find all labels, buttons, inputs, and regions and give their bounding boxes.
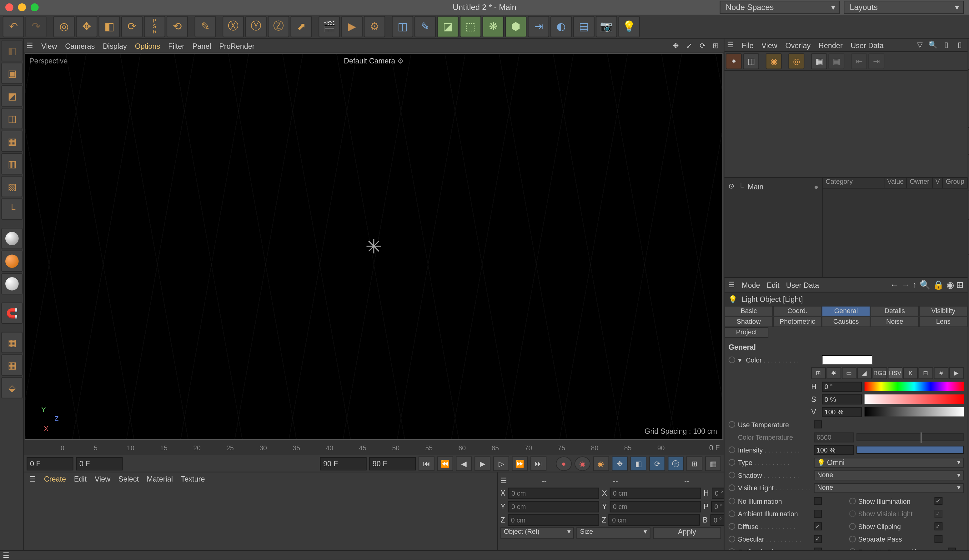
- hamburger-icon[interactable]: ☰: [29, 475, 36, 484]
- param-bullet[interactable]: [728, 484, 735, 491]
- file-menu[interactable]: File: [742, 41, 754, 49]
- obj-tool-2[interactable]: ◫: [743, 53, 759, 69]
- tab-caustics[interactable]: Caustics: [822, 317, 871, 327]
- node-spaces-dropdown[interactable]: Node Spaces: [720, 1, 840, 14]
- axis-mode-button[interactable]: └: [1, 198, 23, 220]
- cameras-menu[interactable]: Cameras: [65, 42, 95, 50]
- show-clipping-checkbox[interactable]: [934, 522, 942, 531]
- colormode-hex[interactable]: #: [934, 367, 948, 379]
- goto-end-button[interactable]: ⏭: [530, 456, 546, 471]
- display-menu[interactable]: Display: [103, 42, 127, 50]
- panel-menu[interactable]: Panel: [193, 42, 211, 50]
- y-axis-toggle[interactable]: Ⓨ: [245, 16, 266, 37]
- key-param-button[interactable]: Ⓟ: [668, 456, 684, 471]
- timeline-start-input[interactable]: [27, 457, 73, 470]
- timeline-dopesheet-button[interactable]: ▦: [705, 456, 721, 471]
- material-menu[interactable]: Material: [147, 475, 173, 483]
- apply-button[interactable]: Apply: [653, 527, 721, 539]
- export-comp-checkbox[interactable]: [947, 548, 956, 551]
- options-menu[interactable]: Options: [135, 42, 160, 50]
- camera-object-button[interactable]: 📷: [596, 16, 617, 37]
- shadow-dropdown[interactable]: None: [814, 470, 964, 480]
- rotate-tool[interactable]: ⟳: [121, 16, 143, 37]
- viewport-solo-3[interactable]: [1, 273, 23, 294]
- obj-tool-5[interactable]: ▦: [811, 53, 827, 69]
- viewport-move-icon[interactable]: ✥: [671, 40, 681, 51]
- maximize-window-button[interactable]: [31, 3, 39, 12]
- render-view-button[interactable]: 🎬: [318, 16, 340, 37]
- intensity-input[interactable]: [814, 445, 854, 455]
- snap-button[interactable]: 🧲: [1, 302, 23, 324]
- edit-menu[interactable]: Edit: [767, 281, 779, 289]
- type-dropdown[interactable]: 💡 Omni: [814, 457, 964, 467]
- record-button[interactable]: ●: [556, 456, 572, 471]
- tab-shadow[interactable]: Shadow: [724, 317, 773, 327]
- create-menu[interactable]: Create: [44, 475, 66, 483]
- colormode-more[interactable]: ▶: [949, 367, 964, 379]
- generator-button[interactable]: ⬚: [460, 16, 481, 37]
- next-key-button[interactable]: ⏩: [512, 456, 528, 471]
- diffuse-checkbox[interactable]: [814, 522, 822, 531]
- edit-menu[interactable]: Edit: [74, 475, 87, 483]
- tab-details[interactable]: Details: [870, 306, 919, 317]
- next-frame-button[interactable]: ▷: [493, 456, 509, 471]
- render-menu[interactable]: Render: [819, 41, 843, 49]
- timeline-ruler[interactable]: 05 1015 2025 3035 4045 5055 6065 7075 80…: [24, 440, 724, 455]
- search-icon[interactable]: 🔍: [928, 40, 938, 50]
- key-scale-button[interactable]: ◧: [631, 456, 646, 471]
- target-icon[interactable]: ◉: [946, 280, 954, 290]
- pos-x-input[interactable]: [508, 487, 599, 499]
- view-menu[interactable]: View: [761, 41, 777, 49]
- render-settings-button[interactable]: ⚙: [364, 16, 385, 37]
- z-axis-toggle[interactable]: Ⓩ: [268, 16, 289, 37]
- val-slider[interactable]: [864, 407, 964, 417]
- cube-primitive-button[interactable]: ◫: [392, 16, 413, 37]
- show-illum-checkbox[interactable]: [934, 497, 942, 505]
- timeline-start2-input[interactable]: [76, 457, 123, 470]
- tab-coord[interactable]: Coord.: [773, 306, 822, 317]
- hamburger-icon[interactable]: ☰: [727, 41, 734, 49]
- no-illum-checkbox[interactable]: [814, 497, 822, 505]
- tab-lens[interactable]: Lens: [919, 317, 968, 327]
- tab-noise[interactable]: Noise: [870, 317, 919, 327]
- colormode-2[interactable]: ✱: [826, 367, 841, 379]
- redo-button[interactable]: ↷: [25, 16, 47, 37]
- hamburger-icon[interactable]: ☰: [728, 281, 735, 289]
- tab-visibility[interactable]: Visibility: [919, 306, 968, 317]
- prev-frame-button[interactable]: ◀: [456, 456, 472, 471]
- camera-button[interactable]: ⇥: [528, 16, 549, 37]
- locked-tool[interactable]: ⟲: [166, 16, 188, 37]
- texture-mode-button[interactable]: ◩: [1, 85, 23, 106]
- panel-icon[interactable]: ▯: [954, 40, 965, 50]
- intensity-slider[interactable]: [856, 445, 964, 454]
- move-tool[interactable]: ✥: [76, 16, 97, 37]
- nav-back-icon[interactable]: ←: [890, 280, 899, 290]
- tab-project[interactable]: Project: [724, 327, 769, 338]
- view-menu[interactable]: View: [95, 475, 110, 483]
- use-temp-checkbox[interactable]: [814, 420, 822, 429]
- filter-menu[interactable]: Filter: [168, 42, 185, 50]
- tab-general[interactable]: General: [822, 306, 871, 317]
- key-pla-button[interactable]: ⊞: [686, 456, 703, 471]
- new-window-icon[interactable]: ⊞: [956, 280, 963, 290]
- hue-input[interactable]: [822, 382, 862, 392]
- viewport-solo-1[interactable]: [1, 228, 23, 249]
- mode-menu[interactable]: Mode: [742, 281, 760, 289]
- nav-fwd-icon[interactable]: →: [901, 280, 910, 290]
- psr-tool[interactable]: PSR: [144, 16, 165, 37]
- gi-checkbox[interactable]: [814, 548, 822, 551]
- subdivision-button[interactable]: ◪: [437, 16, 459, 37]
- key-rot-button[interactable]: ⟳: [649, 456, 665, 471]
- viewport-rotate-icon[interactable]: ⟳: [697, 40, 708, 51]
- coord-system-toggle[interactable]: ⬈: [291, 16, 312, 37]
- param-bullet[interactable]: [728, 472, 735, 478]
- val-input[interactable]: [822, 407, 862, 417]
- edge-mode-button[interactable]: ▥: [1, 153, 23, 174]
- obj-tool-4[interactable]: ◎: [788, 53, 804, 69]
- minimize-window-button[interactable]: [18, 3, 26, 12]
- obj-tool-3[interactable]: ◉: [766, 53, 782, 69]
- environment-button[interactable]: ▤: [573, 16, 594, 37]
- obj-tool-8[interactable]: ⇥: [868, 53, 884, 69]
- make-editable-button[interactable]: ◧: [1, 40, 23, 61]
- param-bullet[interactable]: [728, 459, 735, 465]
